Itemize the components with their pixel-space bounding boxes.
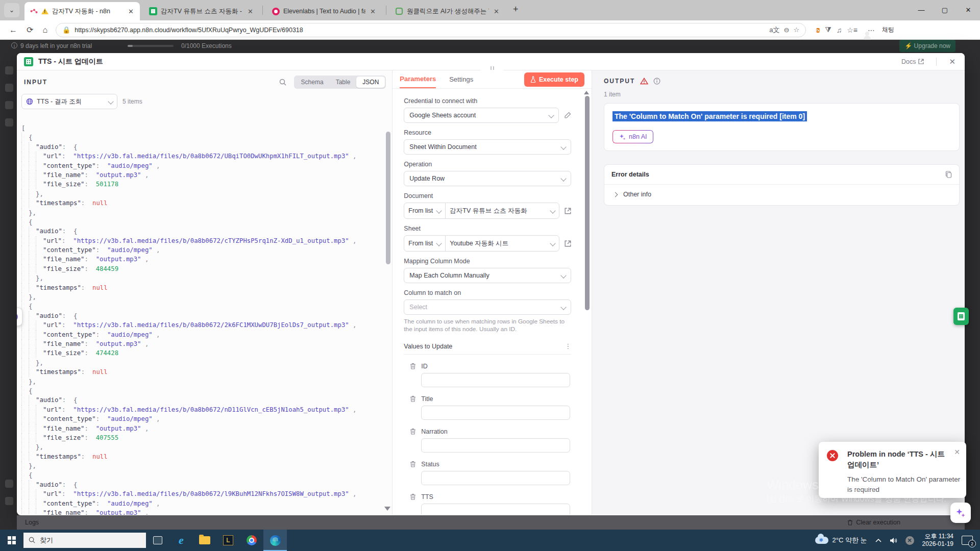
refresh-icon[interactable]: ⟳	[27, 25, 33, 35]
value-field-input[interactable]	[421, 471, 570, 485]
tab-json[interactable]: JSON	[356, 77, 385, 88]
upgrade-button[interactable]: ⚡ Upgrade now	[899, 40, 955, 52]
delete-field-icon[interactable]	[410, 363, 416, 369]
tab-close-icon[interactable]: ✕	[493, 8, 500, 15]
open-document-icon[interactable]	[565, 208, 571, 214]
input-search-icon[interactable]	[279, 79, 287, 86]
delete-field-icon[interactable]	[410, 428, 416, 435]
task-view-button[interactable]	[146, 530, 169, 551]
input-scrollbar[interactable]	[386, 132, 390, 264]
resource-select[interactable]: Sheet Within Document	[404, 139, 571, 155]
sidebar-icon[interactable]	[5, 480, 13, 488]
sheet-mode-select[interactable]: From list	[404, 236, 446, 251]
sidebar-icon[interactable]	[5, 84, 13, 92]
tab-close-icon[interactable]: ✕	[247, 8, 254, 15]
sparkle-icon	[619, 134, 626, 140]
browser-tab-youtube[interactable]: 원클릭으로 AI가 생성해주는 Youtu ✕	[390, 2, 505, 20]
tab-parameters[interactable]: Parameters	[400, 70, 436, 88]
tab-schema[interactable]: Schema	[295, 77, 330, 88]
browser-tab-sheets[interactable]: 감자TV 유튜브 쇼츠 자동화 - Goog ✕	[144, 2, 259, 20]
sidebar-icon[interactable]	[5, 66, 13, 74]
mapping-mode-select[interactable]: Map Each Column Manually	[404, 268, 571, 283]
input-source-select[interactable]: TTS - 결과 조회	[21, 94, 117, 109]
options-kebab-icon[interactable]: ⋮	[565, 342, 571, 350]
n8n-favicon	[30, 7, 38, 15]
start-button[interactable]	[0, 530, 23, 551]
tab-close-icon[interactable]: ✕	[127, 8, 135, 15]
docs-link[interactable]: Docs	[901, 58, 924, 65]
modal-close-icon[interactable]: ✕	[949, 57, 958, 66]
value-field-input[interactable]	[421, 438, 570, 453]
value-field-input[interactable]	[421, 406, 570, 420]
internet-explorer-icon[interactable]: e	[169, 530, 193, 551]
file-explorer-icon[interactable]	[193, 530, 216, 551]
copy-icon[interactable]	[945, 171, 952, 178]
sidebar-icon[interactable]	[5, 101, 13, 109]
collections-icon[interactable]: ☆≡	[847, 26, 857, 34]
taskbar-search[interactable]: 찾기	[23, 533, 146, 548]
other-info-expander[interactable]: Other info	[604, 185, 959, 205]
scroll-up-icon[interactable]	[584, 91, 589, 94]
logs-bar[interactable]: Logs Clear execution	[17, 515, 965, 530]
google-sheets-favicon	[149, 7, 157, 15]
window-minimize-button[interactable]: —	[910, 0, 933, 20]
tray-status-icon[interactable]: ✕	[905, 536, 914, 545]
url-text[interactable]: https://skypsb6270.app.n8n.cloud/workflo…	[75, 27, 765, 34]
parameters-scrollbar[interactable]	[585, 96, 590, 310]
url-field[interactable]: 🔒 https://skypsb6270.app.n8n.cloud/workf…	[56, 23, 806, 37]
n8n-ai-button[interactable]: n8n AI	[612, 130, 653, 143]
tab-search-chevron-icon[interactable]: ⌄	[4, 3, 19, 17]
column-match-select[interactable]: Select	[404, 299, 571, 315]
hidden-icons-chevron[interactable]	[875, 538, 881, 542]
window-close-button[interactable]: ✕	[957, 0, 980, 20]
document-mode-select[interactable]: From list	[404, 203, 446, 218]
media-extension-icon[interactable]: ♫	[837, 26, 842, 34]
sidebar-icon[interactable]	[5, 118, 13, 127]
window-maximize-button[interactable]: ▢	[933, 0, 957, 20]
translate-icon[interactable]: a文	[769, 26, 779, 35]
edge-icon-active[interactable]	[263, 530, 287, 551]
delete-field-icon[interactable]	[410, 395, 416, 402]
clear-execution-button[interactable]: Clear execution	[847, 519, 900, 526]
value-field-input[interactable]	[421, 504, 570, 515]
weather-widget[interactable]: 2°C 약한 눈	[815, 536, 867, 545]
document-combo[interactable]: From list 감자TV 유튜브 쇼츠 자동화	[404, 203, 559, 219]
speaker-icon[interactable]	[890, 537, 897, 544]
error-message-selected[interactable]: The 'Column to Match On' parameter is re…	[612, 111, 807, 121]
extensions-puzzle-icon[interactable]: ⧩	[825, 26, 831, 34]
tab-close-icon[interactable]: ✕	[369, 8, 377, 15]
logs-label[interactable]: Logs	[25, 519, 39, 526]
open-sheet-icon[interactable]	[565, 240, 571, 247]
home-icon[interactable]: ⌂	[42, 26, 47, 35]
panel-drag-grip[interactable]	[481, 64, 503, 71]
input-json-view[interactable]: [{"audio": {"url": "https://v3b.fal.medi…	[17, 123, 384, 515]
browser-tab-falai[interactable]: Elevenlabs | Text to Audio | fal.ai ✕	[266, 2, 382, 20]
delete-field-icon[interactable]	[410, 493, 416, 500]
new-tab-button[interactable]: +	[513, 4, 519, 15]
copilot-label[interactable]: 채팅	[882, 26, 894, 34]
toast-close-icon[interactable]: ✕	[954, 448, 960, 456]
league-of-legends-icon[interactable]: L	[216, 530, 240, 551]
edit-credential-icon[interactable]	[564, 112, 571, 119]
input-node-connector[interactable]	[17, 308, 22, 326]
value-field-input[interactable]	[421, 373, 570, 387]
output-node-connector[interactable]	[953, 308, 969, 325]
scroll-down-icon[interactable]	[384, 507, 390, 511]
tab-table[interactable]: Table	[330, 77, 357, 88]
notifications-icon[interactable]: 2	[962, 536, 973, 545]
sidebar-icon[interactable]	[5, 497, 13, 505]
credential-select[interactable]: Google Sheets account	[404, 108, 559, 123]
sheet-combo[interactable]: From list Youtube 자동화 시트	[404, 235, 559, 252]
operation-select[interactable]: Update Row	[404, 171, 571, 186]
ai-assistant-button[interactable]	[950, 503, 971, 523]
favorite-star-icon[interactable]: ☆	[793, 26, 799, 34]
extension-orange-icon[interactable]: fx	[816, 25, 820, 35]
delete-field-icon[interactable]	[410, 461, 416, 467]
browser-tab-n8n[interactable]: 감자TV 자동화 - n8n ✕	[24, 2, 140, 20]
chrome-icon[interactable]	[240, 530, 263, 551]
tab-settings[interactable]: Settings	[449, 71, 473, 88]
clock[interactable]: 오후 11:34 2026-01-19	[922, 533, 953, 548]
back-icon[interactable]: ←	[9, 26, 17, 35]
execute-step-button[interactable]: Execute step	[524, 72, 584, 87]
zoom-out-icon[interactable]: ⊖	[784, 26, 790, 34]
